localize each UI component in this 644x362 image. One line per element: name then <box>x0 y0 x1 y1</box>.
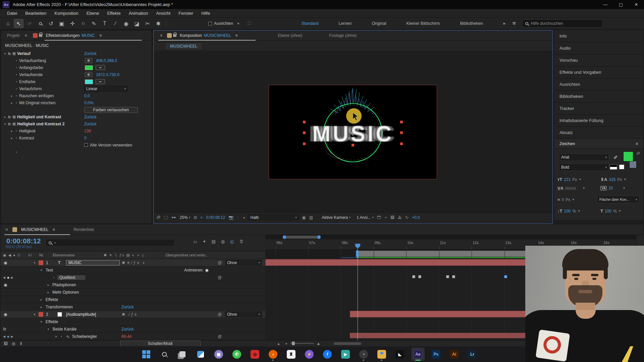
maximize-button[interactable]: ▢ <box>613 0 629 9</box>
current-timecode[interactable]: 0:00:08:12 <box>6 237 41 245</box>
swap-fill-stroke-icon[interactable]: ⇄ <box>637 151 640 156</box>
leading-control[interactable]: ⇕A325Px▼ <box>600 177 626 182</box>
zoom-in-mountain-icon[interactable]: ▲ <box>317 341 321 346</box>
workspace-original[interactable]: Original <box>368 20 389 27</box>
motion-blur-icon[interactable]: ◍ <box>221 239 225 244</box>
property-name[interactable]: Verlaufsform <box>19 86 42 91</box>
snapshot-icon[interactable]: 👓 <box>171 215 176 220</box>
add-keyframe-icon[interactable]: ◆ <box>7 276 9 279</box>
stroke-width-control[interactable]: ≡0Px▼ <box>557 197 575 202</box>
eraser-tool[interactable]: ◪ <box>132 19 142 28</box>
eye-icon[interactable]: ◉ <box>4 312 7 317</box>
property-value[interactable]: 0 <box>84 136 87 140</box>
property-value[interactable]: 139 <box>84 129 91 133</box>
search-button[interactable] <box>158 348 171 361</box>
brush-tool[interactable]: ∕ <box>110 19 120 28</box>
timeline-button-icon[interactable]: 🖽 <box>390 215 394 220</box>
kerning-control[interactable]: V̲AMetrik▼ <box>557 186 585 191</box>
stopwatch-icon[interactable]: ◔ <box>14 73 18 77</box>
menu-fenster[interactable]: Fenster <box>175 10 197 17</box>
work-area-bar[interactable] <box>357 251 534 257</box>
keyframe[interactable] <box>418 275 421 278</box>
font-family-select[interactable]: Arial▾ <box>559 154 609 161</box>
timeline-menu-icon[interactable]: ≡ <box>52 227 55 232</box>
parent-pickwhip-icon[interactable]: @ <box>218 260 222 265</box>
reset-exposure-icon[interactable]: ↻ <box>405 215 409 220</box>
twirl-icon[interactable]: ▾ <box>39 268 43 272</box>
parent-link-column-header[interactable]: Übergeordnet und verkn.. <box>166 253 208 257</box>
add-keyframe-icon[interactable]: ◆ <box>7 335 9 338</box>
color-swatch[interactable] <box>85 65 93 70</box>
parent-select[interactable]: Ohne▾ <box>225 260 262 265</box>
twirl-icon[interactable]: ▸ <box>46 291 50 294</box>
workspace-kleiner-bildschirm[interactable]: Kleiner Bildschirm <box>403 20 443 27</box>
panel-tab-audio[interactable]: Audio <box>554 42 643 54</box>
character-menu-icon[interactable]: ≡ <box>636 141 638 146</box>
puppet-pin-tool[interactable]: ✱ <box>153 19 163 28</box>
twirl-icon[interactable]: ▸ <box>10 129 14 133</box>
eyedropper-icon[interactable]: ━ <box>96 79 105 84</box>
property-name[interactable]: Anfangsfarbe <box>19 65 43 70</box>
twirl-icon[interactable]: ▾ <box>3 122 7 126</box>
stopwatch-icon[interactable]: ◔ <box>52 276 55 280</box>
panel-tab-inhaltsbasierte-füllung[interactable]: Inhaltsbasierte Füllung <box>554 115 643 127</box>
timeline-nav-thumb[interactable] <box>284 236 319 239</box>
point-picker-icon[interactable]: ⊕ <box>85 72 92 77</box>
twirl-icon[interactable]: ▸ <box>3 115 7 119</box>
pan-behind-tool[interactable]: ✛ <box>67 19 77 28</box>
menu-effekte[interactable]: Effekte <box>103 10 124 17</box>
file-explorer[interactable]: ▀ <box>375 348 388 361</box>
graph-editor-icon[interactable]: ◵ <box>230 239 234 244</box>
twirl-icon[interactable]: ▾ <box>33 261 37 264</box>
stopwatch-icon[interactable]: ◔ <box>14 80 18 84</box>
flowchart-icon[interactable]: 🖧 <box>398 215 402 220</box>
twirl-icon[interactable]: ▸ <box>39 298 43 301</box>
obs[interactable]: ◔ <box>357 348 370 361</box>
selection-tool[interactable]: ↖ <box>14 19 24 28</box>
comp-lock-icon[interactable] <box>173 34 176 37</box>
panel-tab-effekte-und-vorgaben[interactable]: Effekte und Vorgaben <box>554 66 643 78</box>
screen-recorder[interactable]: ▶ <box>339 348 352 361</box>
property-name[interactable]: Transformieren <box>46 305 73 309</box>
property-name[interactable]: Quelltext <box>57 275 85 280</box>
fill-color-swatch[interactable] <box>623 152 633 162</box>
prev-keyframe-icon[interactable]: ◀ <box>3 276 5 279</box>
animate-menu-icon[interactable]: ◉ <box>205 268 208 273</box>
stopwatch-icon[interactable]: ◔ <box>14 94 18 98</box>
effect-name[interactable]: Helligkeit und Kontrast <box>17 115 61 119</box>
number-column-header[interactable]: Nr. <box>39 253 44 257</box>
roi-icon[interactable]: ▣ <box>302 215 306 220</box>
property-value[interactable]: 0,0 <box>84 94 90 98</box>
property-name[interactable]: Helligkeit <box>19 129 36 133</box>
menu-komposition[interactable]: Komposition <box>51 10 82 17</box>
roto-brush-tool[interactable]: ✂ <box>143 19 153 28</box>
tab-layer-viewer[interactable]: Ebene (ohne) <box>278 33 302 38</box>
property-value[interactable]: Zurück <box>84 51 97 56</box>
transparency-grid-icon[interactable]: ▨ <box>309 215 313 220</box>
magnification-select[interactable]: 25%▾ <box>180 215 191 220</box>
help-search[interactable]: Hilfe durchsuchen <box>522 19 603 27</box>
property-name[interactable]: Pfadoptionen <box>52 283 76 287</box>
menu-ebene[interactable]: Ebene <box>83 10 103 17</box>
video-editor[interactable]: ◣ <box>393 348 407 361</box>
twirl-icon[interactable]: ▸ <box>10 94 14 98</box>
keyframe-navigator[interactable]: ◀◆▶ <box>3 335 13 338</box>
panel-tab-absatz[interactable]: Absatz <box>554 127 643 139</box>
stopwatch-icon[interactable]: ◔ <box>14 87 18 91</box>
property-name[interactable]: Rauschen einfügen <box>19 94 54 98</box>
property-name[interactable]: Beide Kanäle <box>53 327 76 331</box>
expression-icon[interactable]: @ <box>218 334 222 339</box>
task-view-button[interactable] <box>176 348 189 361</box>
keyframe[interactable] <box>412 275 415 278</box>
font-style-select[interactable]: Bold▾ <box>559 164 609 171</box>
next-keyframe-icon[interactable]: ▶ <box>11 335 13 338</box>
frame-blend-icon[interactable]: ▤ <box>212 239 216 244</box>
layer-name-column-header[interactable]: Ebenenname <box>53 253 74 257</box>
prev-keyframe-icon[interactable]: ◀ <box>3 335 5 338</box>
menu-ansicht[interactable]: Ansicht <box>152 10 174 17</box>
lightroom[interactable]: Lr <box>466 348 479 361</box>
zoom-app[interactable]: ▣ <box>212 348 225 361</box>
checkbox-row[interactable]: Alte Version verwenden <box>84 143 132 147</box>
channels-icon[interactable]: ◑ <box>243 215 245 220</box>
layer-name[interactable]: MUSIC <box>66 260 120 265</box>
